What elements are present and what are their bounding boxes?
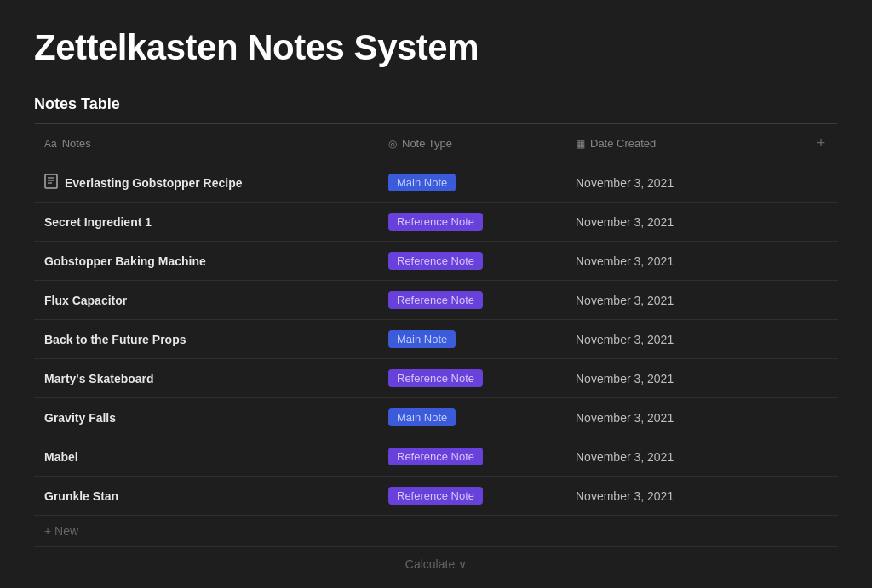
note-cell: Gravity Falls <box>34 402 378 433</box>
row-action-cell <box>804 253 838 270</box>
date-cell: November 3, 2021 <box>565 363 804 394</box>
col-header-notes-label: Notes <box>62 137 91 150</box>
row-action-cell <box>804 292 838 309</box>
type-cell: Main Note <box>378 400 565 435</box>
date-cell: November 3, 2021 <box>565 285 804 316</box>
table-row[interactable]: Everlasting Gobstopper RecipeMain NoteNo… <box>34 163 838 203</box>
type-cell: Reference Note <box>378 439 565 474</box>
table-row[interactable]: Marty's SkateboardReference NoteNovember… <box>34 359 838 398</box>
note-cell: Mabel <box>34 442 378 472</box>
table-row[interactable]: Secret Ingredient 1Reference NoteNovembe… <box>34 203 838 242</box>
document-icon <box>44 174 58 191</box>
note-title: Everlasting Gobstopper Recipe <box>65 176 243 190</box>
table-row[interactable]: Flux CapacitorReference NoteNovember 3, … <box>34 281 838 320</box>
svg-rect-0 <box>45 174 57 188</box>
table-row[interactable]: Gravity FallsMain NoteNovember 3, 2021 <box>34 398 838 437</box>
note-type-badge: Main Note <box>388 174 456 191</box>
type-cell: Reference Note <box>378 204 565 239</box>
note-title: Secret Ingredient 1 <box>44 215 152 229</box>
note-type-badge: Main Note <box>388 330 456 348</box>
row-action-cell <box>804 448 838 465</box>
new-row-button[interactable]: + New <box>34 516 838 547</box>
type-cell: Reference Note <box>378 478 565 513</box>
note-title: Gobstopper Baking Machine <box>44 254 206 268</box>
page-title: Zettelkasten Notes System <box>34 27 838 68</box>
table-header: Aa Notes ◎ Note Type ▦ Date Created + <box>34 124 838 163</box>
calculate-bar[interactable]: Calculate ∨ <box>34 547 838 581</box>
note-title: Back to the Future Props <box>44 333 186 346</box>
note-type-badge: Reference Note <box>388 448 483 465</box>
note-cell: Secret Ingredient 1 <box>34 207 378 237</box>
row-action-cell <box>804 214 838 231</box>
date-cell: November 3, 2021 <box>565 168 804 198</box>
row-action-cell <box>804 488 838 505</box>
col-header-note-type: ◎ Note Type <box>378 134 565 153</box>
note-title: Grunkle Stan <box>44 489 118 503</box>
table-row[interactable]: Grunkle StanReference NoteNovember 3, 20… <box>34 477 838 516</box>
note-type-badge: Reference Note <box>388 252 483 270</box>
type-cell: Main Note <box>378 322 565 357</box>
note-cell: Grunkle Stan <box>34 481 378 511</box>
note-type-badge: Main Note <box>388 408 456 426</box>
table-row[interactable]: Gobstopper Baking MachineReference NoteN… <box>34 242 838 281</box>
table-row[interactable]: MabelReference NoteNovember 3, 2021 <box>34 437 838 477</box>
note-cell: Marty's Skateboard <box>34 363 378 394</box>
col-header-notes: Aa Notes <box>34 134 378 153</box>
row-action-cell <box>804 370 838 387</box>
notes-type-icon: Aa <box>44 138 57 150</box>
chevron-down-icon: ∨ <box>458 557 467 571</box>
date-cell: November 3, 2021 <box>565 207 804 237</box>
note-type-badge: Reference Note <box>388 213 483 231</box>
row-action-cell <box>804 331 838 348</box>
note-cell: Back to the Future Props <box>34 324 378 355</box>
note-cell: Gobstopper Baking Machine <box>34 246 378 277</box>
row-action-cell <box>804 174 838 191</box>
note-type-badge: Reference Note <box>388 487 483 505</box>
note-title: Marty's Skateboard <box>44 372 154 385</box>
note-cell: Flux Capacitor <box>34 285 378 316</box>
col-header-date: ▦ Date Created <box>565 134 804 153</box>
type-cell: Reference Note <box>378 243 565 278</box>
type-cell: Reference Note <box>378 283 565 317</box>
add-column-button[interactable]: + <box>804 131 838 156</box>
note-title: Flux Capacitor <box>44 294 127 307</box>
date-cell: November 3, 2021 <box>565 246 804 277</box>
new-row-label: + New <box>44 524 78 538</box>
type-cell: Main Note <box>378 165 565 200</box>
date-cell: November 3, 2021 <box>565 442 804 472</box>
row-action-cell <box>804 409 838 426</box>
date-icon: ▦ <box>576 138 585 150</box>
note-type-icon: ◎ <box>388 138 397 150</box>
col-header-date-label: Date Created <box>590 137 656 150</box>
calculate-label: Calculate <box>405 557 455 571</box>
date-cell: November 3, 2021 <box>565 481 804 511</box>
notes-table: Aa Notes ◎ Note Type ▦ Date Created + Ev… <box>34 123 838 547</box>
col-header-note-type-label: Note Type <box>402 137 452 150</box>
table-row[interactable]: Back to the Future PropsMain NoteNovembe… <box>34 320 838 359</box>
note-type-badge: Reference Note <box>388 369 483 387</box>
note-title: Mabel <box>44 450 78 464</box>
note-title: Gravity Falls <box>44 411 116 425</box>
section-title: Notes Table <box>34 95 838 113</box>
date-cell: November 3, 2021 <box>565 324 804 355</box>
type-cell: Reference Note <box>378 361 565 396</box>
note-type-badge: Reference Note <box>388 291 483 309</box>
note-cell: Everlasting Gobstopper Recipe <box>34 165 378 200</box>
table-body: Everlasting Gobstopper RecipeMain NoteNo… <box>34 163 838 516</box>
date-cell: November 3, 2021 <box>565 402 804 433</box>
